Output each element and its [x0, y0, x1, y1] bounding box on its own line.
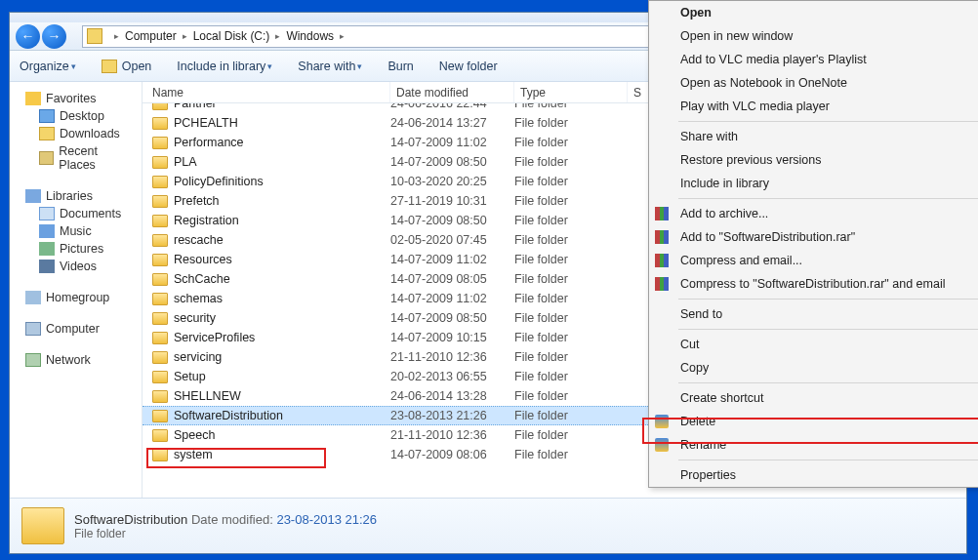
folder-icon	[152, 273, 168, 286]
winrar-icon	[655, 254, 669, 267]
pictures-icon	[39, 242, 55, 256]
libraries-icon	[25, 189, 41, 203]
breadcrumb-segment[interactable]: Computer	[125, 29, 177, 43]
column-name[interactable]: Name	[143, 82, 390, 102]
file-name: schemas	[174, 292, 223, 305]
chevron-right-icon: ▸	[340, 31, 345, 41]
file-type: File folder	[514, 409, 628, 422]
sidebar-documents[interactable]: Documents	[10, 205, 142, 222]
cm-share-with[interactable]: Share with	[649, 125, 978, 148]
separator	[678, 198, 978, 199]
winrar-icon	[655, 230, 669, 244]
file-type: File folder	[514, 428, 628, 442]
sidebar-pictures[interactable]: Pictures	[10, 240, 142, 258]
sidebar-recent-places[interactable]: Recent Places	[10, 142, 142, 174]
column-type[interactable]: Type	[514, 82, 628, 102]
folder-icon	[152, 429, 168, 442]
shield-icon	[655, 438, 669, 452]
forward-button[interactable]: →	[42, 24, 66, 49]
cm-open[interactable]: Open	[649, 1, 978, 24]
network-icon	[25, 353, 41, 367]
winrar-icon	[655, 277, 669, 291]
cm-add-rar[interactable]: Add to "SoftwareDistribution.rar"	[649, 225, 978, 249]
cm-compress-rar-email[interactable]: Compress to "SoftwareDistribution.rar" a…	[649, 272, 978, 296]
breadcrumb-segment[interactable]: Windows	[286, 29, 334, 43]
file-name: Setup	[174, 370, 206, 383]
sidebar-computer[interactable]: Computer	[10, 320, 142, 338]
sidebar-videos[interactable]: Videos	[10, 258, 142, 275]
folder-icon	[152, 234, 168, 247]
cm-send-to[interactable]: Send to	[649, 302, 978, 326]
cm-vlc-playlist[interactable]: Add to VLC media player's Playlist	[649, 48, 978, 71]
file-date: 14-07-2009 11:02	[390, 253, 514, 266]
cm-copy[interactable]: Copy	[649, 356, 978, 380]
sidebar-downloads[interactable]: Downloads	[10, 125, 142, 142]
file-type: File folder	[514, 331, 628, 344]
column-date[interactable]: Date modified	[390, 82, 514, 102]
sidebar-desktop[interactable]: Desktop	[10, 107, 142, 125]
sidebar-label: Desktop	[60, 109, 104, 123]
file-date: 14-07-2009 08:50	[390, 214, 514, 227]
sidebar-libraries[interactable]: Libraries	[10, 187, 142, 205]
file-date: 14-07-2009 08:06	[390, 448, 514, 461]
cm-cut[interactable]: Cut	[649, 333, 978, 356]
share-with-button[interactable]: Share with	[298, 60, 362, 73]
cm-compress-email[interactable]: Compress and email...	[649, 249, 978, 272]
include-library-button[interactable]: Include in library	[177, 60, 272, 73]
breadcrumb-segment[interactable]: Local Disk (C:)	[193, 29, 270, 43]
file-type: File folder	[514, 136, 628, 149]
separator	[678, 329, 978, 330]
cm-add-archive[interactable]: Add to archive...	[649, 202, 978, 225]
folder-icon	[152, 137, 168, 149]
cm-onenote[interactable]: Open as Notebook in OneNote	[649, 71, 978, 95]
cm-properties[interactable]: Properties	[649, 463, 978, 487]
cm-label: Add to "SoftwareDistribution.rar"	[680, 230, 855, 244]
cm-restore-versions[interactable]: Restore previous versions	[649, 148, 978, 172]
cm-create-shortcut[interactable]: Create shortcut	[649, 386, 978, 410]
file-date: 20-02-2013 06:55	[390, 370, 514, 383]
file-type: File folder	[514, 194, 628, 208]
videos-icon	[39, 260, 55, 273]
file-date: 14-07-2009 08:50	[390, 155, 514, 169]
file-date: 21-11-2010 12:36	[390, 350, 514, 364]
sidebar-homegroup[interactable]: Homegroup	[10, 289, 142, 306]
cm-label: Add to archive...	[680, 207, 768, 220]
recent-icon	[39, 151, 54, 165]
sidebar-label: Favorites	[46, 92, 96, 105]
file-name: Resources	[174, 253, 232, 266]
file-date: 02-05-2020 07:45	[390, 233, 514, 247]
cm-include-library[interactable]: Include in library	[649, 172, 978, 195]
organize-button[interactable]: Organize	[20, 60, 76, 73]
sidebar: Favorites Desktop Downloads Recent Place…	[10, 82, 143, 498]
desktop-icon	[39, 109, 55, 123]
folder-icon	[152, 156, 168, 169]
burn-button[interactable]: Burn	[387, 60, 413, 73]
cm-rename[interactable]: Rename	[649, 433, 978, 457]
cm-open-new-window[interactable]: Open in new window	[649, 24, 978, 48]
sidebar-music[interactable]: Music	[10, 222, 142, 240]
folder-open-icon	[102, 60, 117, 73]
sidebar-label: Downloads	[60, 127, 120, 140]
file-date: 14-07-2009 11:02	[390, 292, 514, 305]
file-type: File folder	[514, 272, 628, 286]
file-type: File folder	[514, 155, 628, 169]
cm-vlc-play[interactable]: Play with VLC media player	[649, 95, 978, 118]
back-button[interactable]: ←	[16, 24, 40, 49]
cm-delete[interactable]: Delete	[649, 410, 978, 433]
sidebar-label: Computer	[46, 322, 100, 336]
cm-label: Compress to "SoftwareDistribution.rar" a…	[680, 277, 945, 291]
details-type: File folder	[74, 527, 377, 540]
folder-icon	[152, 351, 168, 364]
context-menu: Open Open in new window Add to VLC media…	[648, 0, 978, 488]
folder-icon	[152, 254, 168, 266]
sidebar-network[interactable]: Network	[10, 351, 142, 369]
new-folder-button[interactable]: New folder	[439, 60, 498, 73]
file-name: SoftwareDistribution	[174, 409, 283, 422]
open-button[interactable]: Open	[102, 60, 152, 73]
folder-icon	[152, 332, 168, 344]
file-type: File folder	[514, 175, 628, 188]
sidebar-favorites[interactable]: Favorites	[10, 90, 142, 107]
file-name: system	[174, 448, 213, 461]
file-type: File folder	[514, 311, 628, 325]
separator	[678, 299, 978, 300]
